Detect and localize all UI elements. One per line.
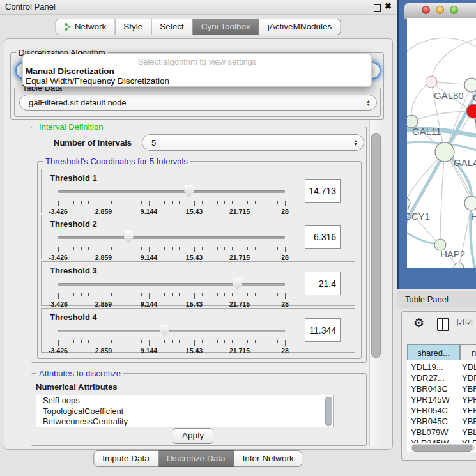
slider-track[interactable] bbox=[58, 190, 285, 193]
slider-thumb[interactable] bbox=[160, 325, 169, 337]
column-header-shared-name[interactable]: shared... bbox=[407, 344, 460, 360]
tick-mark bbox=[187, 201, 187, 204]
table-row[interactable]: YBR045CYBR0 bbox=[407, 416, 476, 427]
threshold-value-field[interactable] bbox=[305, 318, 341, 342]
slider-thumb[interactable] bbox=[184, 185, 194, 197]
cell-name[interactable]: YDR2 bbox=[462, 372, 476, 383]
number-of-intervals-combobox[interactable]: 5 ▲▼ bbox=[142, 134, 364, 151]
tick-mark bbox=[270, 201, 270, 204]
network-edge[interactable] bbox=[440, 152, 445, 245]
slider-thumb[interactable] bbox=[124, 231, 134, 243]
table-row[interactable]: YPR145WYPR1 bbox=[407, 394, 476, 405]
cell-shared-name[interactable]: YBR043C bbox=[411, 383, 459, 394]
gcy1-node[interactable] bbox=[407, 197, 410, 209]
tab-style[interactable]: Style bbox=[115, 19, 151, 35]
network-canvas[interactable]: GAL80GACGAL11GAL4GCY1HHAP2 bbox=[407, 18, 476, 268]
cell-shared-name[interactable]: YPR145W bbox=[411, 394, 459, 405]
dropdown-option-equal-width-frequency[interactable]: Equal Width/Frequency Discretization bbox=[26, 76, 169, 86]
gal80-node[interactable] bbox=[426, 76, 437, 88]
network-window-titlebar[interactable] bbox=[404, 3, 476, 19]
top-right-node[interactable] bbox=[464, 78, 476, 92]
scrollbar-thumb[interactable] bbox=[371, 133, 381, 358]
tick-mark bbox=[224, 340, 225, 343]
cell-shared-name[interactable]: YBL079W bbox=[411, 427, 459, 438]
dropdown-option-manual-discretization[interactable]: Manual Discretization bbox=[26, 66, 114, 76]
cell-shared-name[interactable]: YER054C bbox=[411, 405, 459, 416]
scrollbar-thumb[interactable] bbox=[325, 397, 332, 426]
checkbox-icon[interactable]: ☑ bbox=[465, 318, 473, 327]
cell-shared-name[interactable]: YLR345W bbox=[411, 438, 459, 443]
threshold-slider[interactable]: -3.4262.8599.14415.4321.71528 bbox=[58, 277, 285, 307]
threshold-slider[interactable]: -3.4262.8599.14415.4321.71528 bbox=[58, 185, 285, 214]
cell-name[interactable]: YDL1 bbox=[462, 362, 476, 372]
tick-mark bbox=[141, 293, 142, 296]
float-window-icon[interactable] bbox=[374, 4, 381, 12]
close-icon[interactable]: ✖ bbox=[385, 1, 392, 11]
tab-select[interactable]: Select bbox=[151, 19, 193, 35]
table-row[interactable]: YBL079WYBL0 bbox=[407, 427, 476, 438]
tick-mark bbox=[194, 293, 195, 299]
table-row[interactable]: YER054CYER0 bbox=[407, 405, 476, 416]
cell-shared-name[interactable]: YDR27... bbox=[411, 372, 459, 383]
cell-name[interactable]: YBL0 bbox=[462, 427, 476, 438]
top-right-node-label: GA bbox=[473, 92, 476, 103]
scrollbar-thumb[interactable] bbox=[412, 445, 472, 452]
cell-name[interactable]: YLR3 bbox=[462, 438, 476, 443]
slider-thumb[interactable] bbox=[233, 278, 242, 290]
gear-icon[interactable]: ⚙ bbox=[413, 316, 424, 330]
tab-impute-data[interactable]: Impute Data bbox=[93, 450, 158, 467]
table-row[interactable]: YDL19...YDL1 bbox=[407, 362, 476, 372]
checkbox-icon[interactable]: ☑ bbox=[457, 318, 464, 327]
table-row[interactable]: YDR27...YDR2 bbox=[407, 372, 476, 383]
tick-mark bbox=[270, 293, 270, 296]
tab-discretize-data[interactable]: Discretize Data bbox=[158, 450, 234, 467]
horizontal-scrollbar[interactable] bbox=[411, 444, 475, 451]
minimize-traffic-light-icon[interactable] bbox=[436, 6, 444, 14]
slider-track[interactable] bbox=[58, 283, 285, 286]
tick-mark bbox=[164, 247, 165, 250]
slider-track[interactable] bbox=[58, 236, 285, 239]
network-edge[interactable] bbox=[407, 38, 476, 56]
table-data-combobox[interactable]: galFiltered.sif default node ▲▼ bbox=[19, 95, 377, 111]
tick-mark bbox=[194, 201, 195, 206]
cell-shared-name[interactable]: YBR045C bbox=[411, 416, 459, 427]
tab-network[interactable]: Network bbox=[56, 19, 116, 35]
h-node[interactable] bbox=[464, 196, 476, 210]
cell-shared-name[interactable]: YDL19... bbox=[411, 362, 459, 372]
table-row[interactable]: YLR345WYLR3 bbox=[407, 438, 476, 443]
tick-mark bbox=[134, 201, 134, 204]
cell-name[interactable]: YBR0 bbox=[462, 383, 476, 394]
column-header-name[interactable]: na bbox=[460, 344, 476, 360]
cell-name[interactable]: YER0 bbox=[462, 405, 476, 416]
tick-label: 21.715 bbox=[229, 300, 250, 308]
tab-cyni-toolbox[interactable]: Cyni Toolbox bbox=[193, 19, 259, 35]
tick-label: -3.426 bbox=[49, 347, 68, 355]
cell-name[interactable]: YBR0 bbox=[462, 416, 476, 427]
gal4-node[interactable] bbox=[435, 142, 454, 162]
attribute-item-topologicalcoefficient[interactable]: TopologicalCoefficient bbox=[36, 406, 333, 417]
list-scrollbar[interactable] bbox=[325, 396, 332, 426]
threshold-value-field[interactable] bbox=[305, 272, 341, 295]
cell-name[interactable]: YPR1 bbox=[462, 394, 476, 405]
threshold-slider[interactable]: -3.4262.8599.14415.4321.71528 bbox=[58, 231, 285, 260]
tab-infer-network[interactable]: Infer Network bbox=[234, 450, 302, 467]
numerical-attributes-label: Numerical Attributes bbox=[36, 382, 117, 392]
threshold-value-field[interactable] bbox=[305, 225, 341, 249]
apply-button[interactable]: Apply bbox=[173, 428, 213, 444]
threshold-value-field[interactable] bbox=[305, 179, 341, 203]
tick-mark bbox=[127, 247, 127, 250]
tab-jactivemnodules[interactable]: jActiveMNodules bbox=[259, 19, 341, 35]
attribute-item-selfloops[interactable]: SelfLoops bbox=[36, 395, 333, 406]
table-row[interactable]: YBR043CYBR0 bbox=[407, 383, 476, 394]
numerical-attributes-list[interactable]: SelfLoopsTopologicalCoefficientBetweenne… bbox=[36, 395, 334, 427]
zoom-traffic-light-icon[interactable] bbox=[450, 6, 458, 14]
slider-tick-labels: -3.4262.8599.14415.4321.71528 bbox=[58, 254, 285, 261]
attribute-item-betweennesscentrality[interactable]: BetweennessCentrality bbox=[36, 417, 333, 427]
panel-scrollbar[interactable] bbox=[369, 120, 381, 446]
tick-mark bbox=[119, 340, 119, 343]
threshold-slider[interactable]: -3.4262.8599.14415.4321.71528 bbox=[58, 324, 285, 353]
slider-track[interactable] bbox=[58, 330, 285, 332]
tick-mark bbox=[172, 340, 173, 343]
split-columns-icon[interactable] bbox=[437, 318, 449, 331]
close-traffic-light-icon[interactable] bbox=[422, 6, 430, 14]
